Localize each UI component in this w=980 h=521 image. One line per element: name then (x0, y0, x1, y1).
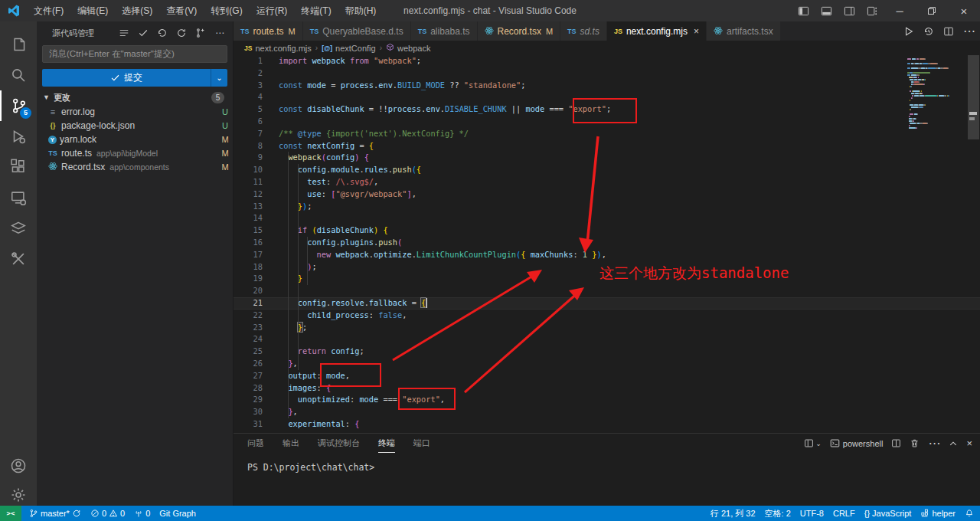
close-window-button[interactable]: × (948, 0, 980, 21)
code-line-10[interactable]: 10 config.module.rules.push({ (234, 164, 980, 176)
menu-运行[interactable]: 运行(R) (250, 3, 295, 18)
code-editor[interactable]: 1import webpack from "webpack";23const m… (234, 55, 980, 433)
menu-编辑[interactable]: 编辑(E) (70, 3, 115, 18)
search-icon[interactable] (0, 60, 37, 90)
panel-tab-端口[interactable]: 端口 (413, 434, 430, 453)
panel-tab-终端[interactable]: 终端 (378, 434, 395, 453)
terminal-instance[interactable]: powershell (830, 438, 884, 448)
breadcrumb-nextConfig[interactable]: [@]nextConfig (322, 44, 376, 53)
code-line-22[interactable]: 22 child_process: false, (234, 310, 980, 322)
tools-icon[interactable] (0, 244, 37, 274)
toggle-sidebar-icon[interactable] (792, 0, 815, 21)
extensions-icon[interactable] (0, 152, 37, 182)
code-line-13[interactable]: 13 }); (234, 201, 980, 213)
code-line-29[interactable]: 29 unoptimized: mode === "export", (234, 394, 980, 406)
code-line-20[interactable]: 20 (234, 285, 980, 297)
breadcrumb-webpack[interactable]: webpack (386, 43, 430, 53)
source-control-icon[interactable]: 5 (0, 90, 37, 121)
toggle-secondary-sidebar-icon[interactable] (838, 0, 861, 21)
changed-file-Record.tsx[interactable]: Record.tsxapp\componentsM (37, 160, 234, 174)
scrollbar-thumb[interactable] (968, 55, 979, 139)
minimap[interactable] (907, 58, 965, 129)
split-editor-icon[interactable] (943, 26, 954, 37)
menu-选择[interactable]: 选择(S) (115, 3, 159, 18)
code-line-8[interactable]: 8const nextConfig = { (234, 140, 980, 152)
tab-QueryableBase.d.ts[interactable]: TSQueryableBase.d.ts (303, 21, 410, 41)
code-line-4[interactable]: 4 (234, 91, 980, 103)
restore-button[interactable] (916, 0, 948, 21)
panel-tab-问题[interactable]: 问题 (247, 434, 264, 453)
editor-scrollbar[interactable] (967, 55, 980, 433)
code-line-3[interactable]: 3const mode = process.env.BUILD_MODE ?? … (234, 80, 980, 92)
code-line-28[interactable]: 28 images: { (234, 382, 980, 395)
explorer-icon[interactable] (0, 29, 37, 60)
panel-more-icon[interactable]: ⋯ (928, 436, 940, 451)
panel-tab-输出[interactable]: 输出 (283, 434, 299, 453)
terminal-output[interactable]: PS D:\project\chat\chat> (234, 453, 980, 473)
code-line-9[interactable]: 9 webpack(config) { (234, 152, 980, 164)
code-line-21[interactable]: 21 config.resolve.fallback = { (234, 297, 980, 310)
notifications-bell-icon[interactable] (960, 506, 978, 521)
code-line-26[interactable]: 26 }, (234, 358, 980, 370)
remote-explorer-icon[interactable] (0, 182, 37, 213)
commit-check-icon[interactable] (136, 26, 150, 40)
cursor-position[interactable]: 行 21, 列 32 (706, 506, 760, 521)
close-tab-icon[interactable]: × (694, 26, 699, 37)
breadcrumb-next.config.mjs[interactable]: JSnext.config.mjs (244, 44, 312, 53)
code-line-1[interactable]: 1import webpack from "webpack"; (234, 55, 980, 67)
tab-next.config.mjs[interactable]: JSnext.config.mjs× (607, 21, 706, 41)
changed-file-yarn.lock[interactable]: Yyarn.lockM (37, 133, 234, 146)
tab-alibaba.ts[interactable]: TSalibaba.ts (411, 21, 477, 41)
changed-file-package-lock.json[interactable]: {}package-lock.jsonU (37, 119, 234, 133)
helper-extension[interactable]: helper (916, 506, 960, 521)
git-graph-button[interactable]: Git Graph (155, 506, 201, 521)
code-line-30[interactable]: 30 }, (234, 406, 980, 418)
breadcrumb[interactable]: JSnext.config.mjs›[@]nextConfig›webpack (234, 41, 980, 55)
code-line-15[interactable]: 15 if (disableChunk) { (234, 224, 980, 237)
tab-Record.tsx[interactable]: Record.tsxM (478, 21, 560, 41)
menu-帮助[interactable]: 帮助(H) (338, 3, 384, 18)
refresh-icon[interactable] (175, 26, 188, 40)
code-line-31[interactable]: 31 experimental: { (234, 418, 980, 431)
split-terminal-icon[interactable] (891, 438, 901, 448)
problems-indicator[interactable]: 0 0 (86, 506, 129, 521)
menu-查看[interactable]: 查看(V) (159, 3, 204, 18)
view-as-list-icon[interactable] (117, 26, 131, 40)
tab-artifacts.tsx[interactable]: artifacts.tsx (707, 21, 780, 41)
code-line-17[interactable]: 17 new webpack.optimize.LimitChunkCountP… (234, 249, 980, 261)
commit-button[interactable]: 提交 ⌄ (42, 69, 227, 87)
remote-indicator[interactable]: >< (0, 506, 21, 521)
code-line-16[interactable]: 16 config.plugins.push( (234, 237, 980, 249)
launch-profile-icon[interactable]: ⌄ (804, 438, 822, 448)
account-icon[interactable] (0, 451, 37, 481)
minimize-button[interactable]: ─ (884, 0, 916, 21)
code-line-24[interactable]: 24 (234, 333, 980, 346)
run-file-icon[interactable] (903, 26, 914, 37)
menu-转到[interactable]: 转到(G) (204, 3, 249, 18)
menu-终端[interactable]: 终端(T) (294, 3, 338, 18)
commit-dropdown-chevron-icon[interactable]: ⌄ (211, 74, 227, 82)
code-line-7[interactable]: 7/** @type {import('next').NextConfig} *… (234, 128, 980, 140)
eol-setting[interactable]: CRLF (828, 506, 860, 521)
indentation-setting[interactable]: 空格: 2 (760, 506, 795, 521)
code-line-5[interactable]: 5const disableChunk = !!process.env.DISA… (234, 103, 980, 116)
kill-terminal-icon[interactable] (910, 438, 920, 448)
maximize-panel-icon[interactable] (949, 439, 958, 448)
editor-more-actions-icon[interactable]: ⋯ (963, 24, 975, 38)
customize-layout-icon[interactable] (861, 0, 884, 21)
changed-file-route.ts[interactable]: TSroute.tsapp\api\bigModelM (37, 146, 234, 160)
code-line-12[interactable]: 12 use: ["@svgr/webpack"], (234, 188, 980, 201)
tab-route.ts[interactable]: TSroute.tsM (234, 21, 302, 41)
language-mode[interactable]: {} JavaScript (860, 506, 916, 521)
toggle-panel-icon[interactable] (815, 0, 838, 21)
commit-message-input[interactable]: 消息(Ctrl+Enter 在"master"提交) (42, 45, 227, 63)
code-line-27[interactable]: 27 output: mode, (234, 370, 980, 382)
branch-create-icon[interactable] (194, 26, 207, 40)
code-line-23[interactable]: 23 }; (234, 322, 980, 334)
timeline-icon[interactable] (923, 26, 934, 37)
code-line-18[interactable]: 18 ); (234, 261, 980, 274)
code-line-2[interactable]: 2 (234, 67, 980, 80)
encoding-setting[interactable]: UTF-8 (795, 506, 828, 521)
ports-indicator[interactable]: 0 (129, 506, 155, 521)
changed-file-error.log[interactable]: ≡error.logU (37, 105, 234, 119)
